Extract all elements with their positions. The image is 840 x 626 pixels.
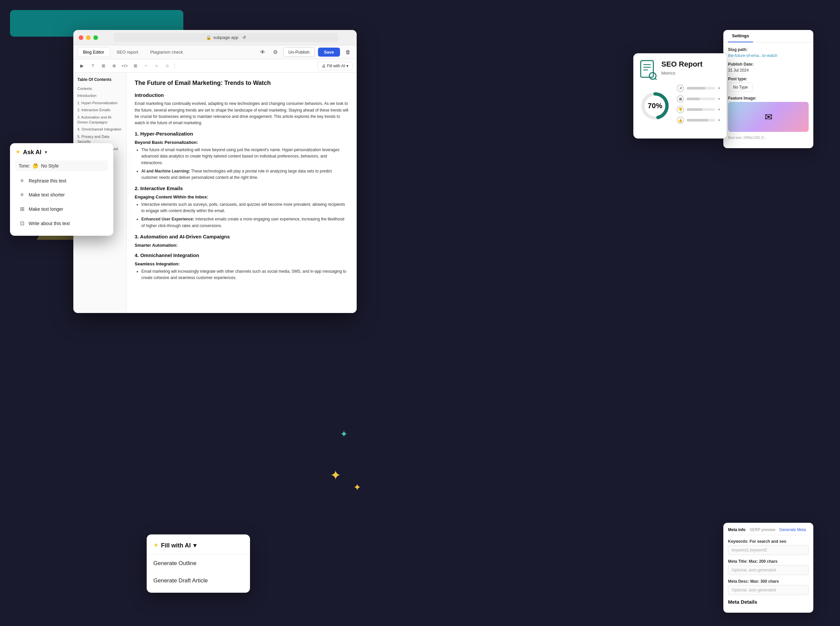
meta-tab-generate[interactable]: Generate Meta bbox=[779, 527, 806, 532]
section-heading-2: 2. Interactive Emails bbox=[135, 185, 349, 191]
toc-item-contents[interactable]: Contents bbox=[77, 85, 122, 92]
tab-blog-editor[interactable]: Blog Editor bbox=[77, 47, 110, 57]
ai-option-rephrase[interactable]: ≡ Rephrase this text bbox=[15, 174, 108, 188]
meta-title-input[interactable] bbox=[728, 565, 809, 575]
editor-main[interactable]: The Future of Email Marketing: Trends to… bbox=[127, 73, 356, 313]
tab-plagiarism[interactable]: Plagiarism check bbox=[145, 48, 188, 56]
refresh-icon[interactable]: ↺ bbox=[242, 35, 246, 40]
eye-icon[interactable]: 👁 bbox=[258, 48, 267, 57]
editor-toolbar: ▶ ? ⊞ ⊛ </> ⊞ − ○ ☆ 🖨 Fill with AI ▾ bbox=[73, 59, 356, 73]
address-bar[interactable]: 🔒 subpage.app ↺ bbox=[114, 33, 338, 42]
ai-tone-row[interactable]: Tone: 🤔 No Style bbox=[15, 161, 108, 171]
seo-chevron-3[interactable]: ▾ bbox=[718, 107, 720, 112]
fill-ai-generate-outline[interactable]: Generate Outline bbox=[147, 555, 250, 572]
window-minimize-dot[interactable] bbox=[86, 35, 91, 40]
tone-label: Tone: bbox=[19, 163, 30, 169]
seo-card-title-group: SEO Report Metrics bbox=[661, 60, 702, 75]
fill-ai-generate-draft[interactable]: Generate Draft Article bbox=[147, 572, 250, 589]
toolbar-table-icon[interactable]: ⊞ bbox=[131, 61, 140, 70]
meta-desc-label: Meta Desc: Max: 300 chars bbox=[728, 579, 809, 584]
meta-tab-serp[interactable]: SERP preview bbox=[750, 527, 775, 532]
slug-value: the-future-of-ema...to-watch bbox=[728, 53, 809, 58]
seo-metric-row-3: 👎 ▾ bbox=[677, 106, 720, 113]
bullet-2-1: Enhanced User Experience: Interactive em… bbox=[141, 216, 349, 229]
seo-metric-bar-4 bbox=[687, 119, 715, 122]
ai-option-write[interactable]: ⊡ Write about this text bbox=[15, 216, 108, 230]
bullets-1: The future of email marketing will move … bbox=[141, 147, 349, 181]
ask-ai-panel: ✦ Ask AI ▾ Tone: 🤔 No Style ≡ Rephrase t… bbox=[10, 143, 113, 236]
toc-title: Table Of Contents bbox=[77, 77, 122, 82]
longer-icon: ⊞ bbox=[19, 206, 25, 212]
meta-tab-info[interactable]: Meta info bbox=[728, 527, 746, 532]
browser-tabs-bar: Blog Editor SEO report Plagiarism check … bbox=[73, 45, 356, 59]
seo-chevron-1[interactable]: ▾ bbox=[718, 86, 720, 91]
delete-icon[interactable]: 🗑 bbox=[343, 48, 353, 57]
browser-titlebar: 🔒 subpage.app ↺ bbox=[73, 30, 356, 45]
seo-chevron-2[interactable]: ▾ bbox=[718, 97, 720, 101]
bullet-1-1: AI and Machine Learning: These technolog… bbox=[141, 168, 349, 181]
teal-sparkle-icon: ✦ bbox=[340, 429, 348, 440]
window-maximize-dot[interactable] bbox=[93, 35, 98, 40]
keywords-input[interactable] bbox=[728, 545, 809, 555]
rephrase-label: Rephrase this text bbox=[29, 178, 66, 183]
editor-content-area: Table Of Contents Contents Introduction … bbox=[73, 73, 356, 313]
toolbar-star-icon[interactable]: ☆ bbox=[163, 61, 172, 70]
meta-panel: Meta info SERP preview Generate Meta Key… bbox=[723, 523, 813, 613]
seo-metric-bar-1 bbox=[687, 87, 715, 89]
image-placeholder-icon: ✉ bbox=[765, 111, 772, 122]
meta-details-heading: Meta Details bbox=[728, 599, 809, 605]
seo-metric-icon-1: ↗ bbox=[677, 85, 684, 92]
seo-doc-icon bbox=[640, 60, 657, 80]
feature-image-area[interactable]: ✉ bbox=[728, 102, 809, 132]
toc-item-4[interactable]: 4. Omnichannel Integration bbox=[77, 126, 122, 133]
toolbar-circle-icon[interactable]: ○ bbox=[152, 61, 161, 70]
document-title: The Future of Email Marketing: Trends to… bbox=[135, 79, 349, 87]
seo-report-title: SEO Report bbox=[661, 60, 702, 69]
toolbar-link-icon[interactable]: ⊛ bbox=[109, 61, 119, 70]
window-close-dot[interactable] bbox=[79, 35, 83, 40]
toolbar-code-icon[interactable]: </> bbox=[120, 61, 129, 70]
ask-ai-chevron-icon[interactable]: ▾ bbox=[45, 150, 47, 155]
seo-gauge-row: 70% ↗ ▾ ⊞ ▾ 👎 ▾ bbox=[640, 85, 720, 127]
toc-item-introduction[interactable]: Introduction bbox=[77, 92, 122, 99]
save-button[interactable]: Save bbox=[318, 48, 340, 56]
subsection-heading-2: Engaging Content Within the Inbox: bbox=[135, 194, 349, 199]
seo-metric-rows: ↗ ▾ ⊞ ▾ 👎 ▾ 👍 bbox=[677, 85, 720, 127]
tab-seo-report[interactable]: SEO report bbox=[111, 48, 144, 56]
toolbar-image-icon[interactable]: ⊞ bbox=[99, 61, 108, 70]
seo-metric-icon-2: ⊞ bbox=[677, 95, 684, 103]
ai-option-longer[interactable]: ⊞ Make text longer bbox=[15, 202, 108, 216]
ask-ai-header: ✦ Ask AI ▾ bbox=[15, 149, 108, 156]
toolbar-video-icon[interactable]: ▶ bbox=[77, 61, 87, 70]
seo-report-card: SEO Report Metrics 70% ↗ ▾ ⊞ bbox=[633, 53, 727, 139]
unpublish-button[interactable]: Un-Publish bbox=[283, 47, 315, 57]
seo-metric-icon-3: 👎 bbox=[677, 106, 684, 113]
subsection-heading-4: Seamless Integration: bbox=[135, 261, 349, 266]
toc-item-1[interactable]: 1. Hyper-Personalization bbox=[77, 100, 122, 106]
tone-emoji: 🤔 bbox=[33, 163, 38, 169]
fill-ai-dropdown-chevron: ▾ bbox=[193, 542, 196, 549]
fill-ai-button[interactable]: 🖨 Fill with AI ▾ bbox=[317, 62, 353, 70]
bullets-4: Email marketing will increasingly integr… bbox=[141, 268, 349, 281]
tab-settings[interactable]: Settings bbox=[728, 30, 753, 42]
toc-item-3[interactable]: 3. Automation and AI-Driven Campaigns bbox=[77, 114, 122, 126]
meta-title-label: Meta Title: Max: 200 chars bbox=[728, 559, 809, 564]
toolbar-minus-icon[interactable]: − bbox=[141, 61, 151, 70]
ask-ai-title: Ask AI bbox=[23, 149, 41, 156]
subsection-heading-3: Smarter Automation: bbox=[135, 243, 349, 248]
meta-desc-input[interactable] bbox=[728, 585, 809, 595]
fill-ai-dropdown-title: Fill with AI bbox=[161, 542, 191, 549]
fill-ai-dropdown-sparkle: ✦ bbox=[153, 542, 159, 549]
seo-metrics-label: Metrics bbox=[661, 70, 702, 75]
toolbar-help-icon[interactable]: ? bbox=[88, 61, 97, 70]
settings-icon[interactable]: ⚙ bbox=[271, 48, 280, 57]
ai-option-shorter[interactable]: ≡ Make text shorter bbox=[15, 188, 108, 202]
post-type-label: Post type: bbox=[728, 77, 809, 81]
toc-item-2[interactable]: 2. Interactive Emails bbox=[77, 106, 122, 114]
lock-icon: 🔒 bbox=[206, 35, 211, 40]
keywords-label: Keywords: For search and seo bbox=[728, 539, 809, 544]
seo-chevron-4[interactable]: ▾ bbox=[718, 118, 720, 122]
browser-window: 🔒 subpage.app ↺ Blog Editor SEO report P… bbox=[73, 30, 356, 313]
seo-metric-bar-2 bbox=[687, 97, 715, 100]
post-type-button[interactable]: No Type bbox=[728, 83, 753, 92]
